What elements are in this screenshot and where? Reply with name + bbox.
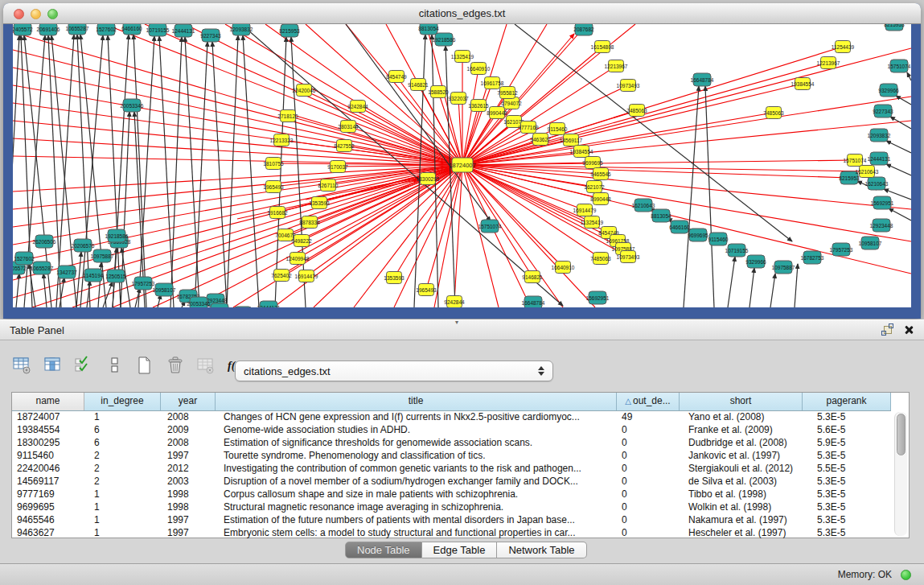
network-node[interactable]: 18724007 xyxy=(449,158,475,172)
table-cell[interactable]: 5.3E-5 xyxy=(803,501,891,513)
close-panel-icon[interactable] xyxy=(903,324,914,336)
network-node[interactable]: 9699695 xyxy=(688,229,708,241)
table-row[interactable]: 946554611997Estimation of the future num… xyxy=(12,513,909,526)
network-node[interactable]: 9227343 xyxy=(200,29,221,42)
table-cell[interactable]: Estimation of significance thresholds fo… xyxy=(216,436,617,449)
network-node[interactable]: 10975887 xyxy=(772,261,795,274)
network-node[interactable]: 10655287 xyxy=(31,262,54,274)
float-panel-icon[interactable] xyxy=(881,323,893,336)
network-node[interactable]: 1916682 xyxy=(267,207,288,219)
network-node[interactable]: 8215953 xyxy=(279,24,300,37)
network-node[interactable]: 9329966 xyxy=(878,84,899,97)
table-cell[interactable]: 0 xyxy=(617,449,680,462)
network-canvas[interactable]: 2405572206914061065528715276026466160107… xyxy=(13,24,911,307)
table-cell[interactable]: Tibbo et al. (1998) xyxy=(680,488,803,501)
table-cell[interactable]: 9115460 xyxy=(12,449,84,462)
network-node[interactable]: 15692951 xyxy=(586,291,610,304)
table-cell[interactable]: 2003 xyxy=(161,475,216,488)
table-cell[interactable]: Tourette syndrome. Phenomenology and cla… xyxy=(216,449,617,462)
table-cell[interactable]: Jankovic et al. (1997) xyxy=(680,449,803,462)
network-node[interactable]: 20691406 xyxy=(37,24,60,35)
network-node[interactable]: 1353593 xyxy=(309,197,330,209)
splitter-handle-icon[interactable]: ▾ xyxy=(455,319,458,326)
table-cell[interactable]: 1 xyxy=(84,526,161,539)
table-row[interactable]: 911546021997Tourette syndrome. Phenomeno… xyxy=(12,449,909,462)
row-layout-button[interactable] xyxy=(101,353,127,377)
network-node[interactable]: 20053346 xyxy=(187,297,211,307)
network-node[interactable]: 6466160 xyxy=(669,220,690,233)
tab-node-table[interactable]: Node Table xyxy=(345,542,422,558)
select-mode-button[interactable] xyxy=(71,353,97,377)
network-node[interactable]: 10958107 xyxy=(153,283,176,296)
table-cell[interactable]: Stergiakouli et al. (2012) xyxy=(680,462,803,475)
table-row[interactable]: 1456911722003Disruption of a novel membe… xyxy=(12,475,909,488)
network-node[interactable]: 9465546 xyxy=(590,168,611,180)
network-node[interactable]: 9115460 xyxy=(708,233,729,245)
column-header[interactable]: △out_de... xyxy=(617,393,680,410)
tab-network-table[interactable]: Network Table xyxy=(497,542,586,558)
network-node[interactable]: 17957253 xyxy=(132,277,155,290)
table-cell[interactable]: 9463627 xyxy=(12,526,84,539)
table-cell[interactable]: 1 xyxy=(84,488,161,501)
network-node[interactable]: 8267110 xyxy=(318,179,339,192)
network-node[interactable]: 9777169 xyxy=(518,122,539,134)
network-node[interactable]: 2087682 xyxy=(573,24,594,35)
network-node[interactable]: 10719155 xyxy=(146,24,170,36)
network-node[interactable]: 9115460 xyxy=(548,123,568,135)
table-options-button[interactable] xyxy=(10,353,35,377)
column-header[interactable]: short xyxy=(680,393,803,410)
window-titlebar[interactable]: citations_edges.txt xyxy=(3,3,921,24)
network-node[interactable]: 1145194 xyxy=(84,269,104,282)
network-node[interactable]: 16648784 xyxy=(691,73,714,86)
table-cell[interactable]: Franke et al. (2009) xyxy=(680,423,803,436)
table-cell[interactable]: 5.3E-5 xyxy=(803,475,891,488)
network-node[interactable]: 9170037 xyxy=(327,161,348,173)
network-node[interactable]: 7955812 xyxy=(497,87,518,99)
network-node[interactable]: 17957253 xyxy=(830,243,853,256)
table-cell[interactable]: 5.6E-5 xyxy=(803,423,891,436)
network-graph[interactable]: 2405572206914061065528715276026466160107… xyxy=(13,24,911,307)
table-cell[interactable]: 14569117 xyxy=(12,475,84,488)
table-cell[interactable]: Embryonic stem cells: a model to study s… xyxy=(216,526,617,539)
table-cell[interactable]: Estimation of the future numbers of pati… xyxy=(216,513,617,526)
table-cell[interactable]: Investigating the contribution of common… xyxy=(216,462,617,475)
network-node[interactable]: 8454749 xyxy=(386,71,407,83)
table-cell[interactable]: 2008 xyxy=(161,410,216,423)
network-node[interactable]: 8813054 xyxy=(418,24,439,35)
table-cell[interactable]: 0 xyxy=(617,423,680,436)
column-header[interactable]: title xyxy=(216,393,617,410)
table-cell[interactable]: 5.9E-5 xyxy=(803,436,891,449)
network-node[interactable]: 9146821 xyxy=(408,79,429,91)
table-cell[interactable]: Corpus callosum shape and size in male p… xyxy=(216,488,617,501)
table-cell[interactable]: 49 xyxy=(617,410,680,423)
tab-edge-table[interactable]: Edge Table xyxy=(422,542,498,558)
network-node[interactable]: 16782753 xyxy=(801,251,824,264)
table-cell[interactable]: 2012 xyxy=(161,462,216,475)
table-row[interactable]: 1938455462009Genome-wide association stu… xyxy=(12,423,909,436)
network-node[interactable]: 1250515 xyxy=(105,270,126,282)
table-cell[interactable]: 1 xyxy=(84,513,161,526)
network-node[interactable]: 1342737 xyxy=(56,266,77,278)
table-cell[interactable]: 0 xyxy=(617,526,680,539)
network-node[interactable]: 10655287 xyxy=(66,24,89,35)
network-node[interactable]: 1362615 xyxy=(468,100,489,112)
create-table-button[interactable] xyxy=(132,353,158,377)
network-node[interactable]: 9329966 xyxy=(745,255,766,268)
network-node[interactable]: 7485063 xyxy=(626,105,647,117)
network-node[interactable]: 12444131 xyxy=(868,152,891,165)
network-node[interactable]: 10719155 xyxy=(725,244,749,257)
network-node[interactable]: 1810755 xyxy=(263,158,284,170)
table-cell[interactable]: Genome-wide association studies in ADHD. xyxy=(216,423,617,436)
table-cell[interactable]: Hescheler et al. (1997) xyxy=(680,526,803,539)
network-node[interactable]: 6466160 xyxy=(121,24,142,35)
network-node[interactable]: 12093832 xyxy=(868,129,891,142)
network-node[interactable]: 1621072 xyxy=(584,181,605,193)
table-cell[interactable]: Disruption of a novel member of a sodium… xyxy=(216,475,617,488)
table-cell[interactable]: 18724007 xyxy=(12,410,84,423)
table-cell[interactable]: 0 xyxy=(617,488,680,501)
network-node[interactable]: 1588520 xyxy=(428,86,449,98)
network-node[interactable]: 10958107 xyxy=(859,237,882,249)
table-cell[interactable]: 9699695 xyxy=(12,501,84,513)
table-cell[interactable]: 0 xyxy=(617,475,680,488)
table-cell[interactable]: 5.5E-5 xyxy=(803,462,891,475)
